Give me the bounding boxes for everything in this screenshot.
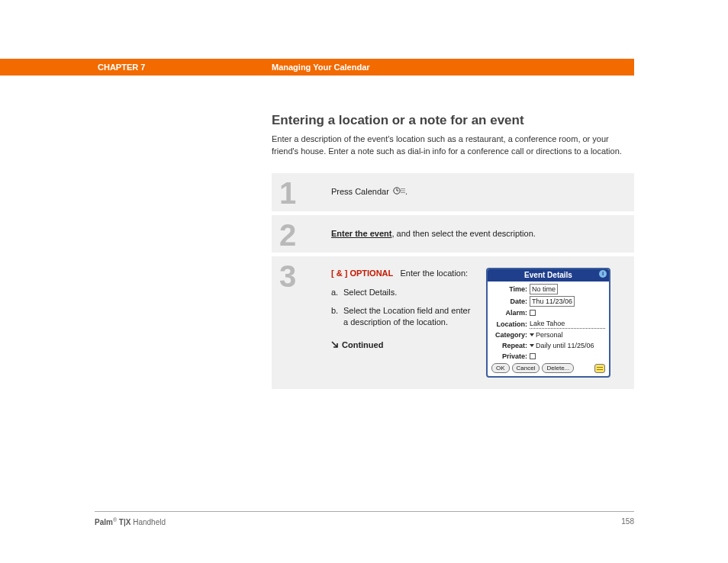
category-value[interactable]: Personal (536, 330, 563, 339)
date-value[interactable]: Thu 11/23/06 (530, 296, 575, 307)
footer-brand-name: Palm (95, 518, 113, 526)
chapter-label: CHAPTER 7 (98, 63, 145, 72)
alarm-label: Alarm: (491, 308, 527, 317)
location-value[interactable]: Lake Tahoe (530, 319, 605, 329)
alarm-checkbox[interactable] (530, 310, 536, 316)
row-repeat: Repeat: Daily until 11/25/06 (491, 341, 605, 350)
row-date: Date: Thu 11/23/06 (491, 296, 605, 307)
chapter-header: CHAPTER 7 Managing Your Calendar (0, 59, 634, 76)
svg-rect-9 (401, 192, 401, 193)
dialog-body: Time: No time Date: Thu 11/23/06 Alarm: … (488, 282, 609, 376)
row-private: Private: (491, 352, 605, 361)
delete-button[interactable]: Delete... (542, 363, 574, 373)
chapter-title: Managing Your Calendar (272, 63, 370, 72)
footer-divider (95, 511, 634, 512)
optional-tag: [ & ] OPTIONAL (331, 269, 393, 278)
section-title: Entering a location or a note for an eve… (272, 113, 634, 128)
page-footer: Palm® T|X Handheld 158 (95, 517, 634, 526)
svg-rect-7 (402, 191, 403, 191)
step-1-text-a: Press Calendar (331, 187, 391, 196)
step-3: 3 [ & ] OPTIONAL Enter the location: a. … (272, 256, 634, 393)
row-location: Location: Lake Tahoe (491, 319, 605, 329)
substep-a-text: Select Details. (343, 287, 397, 298)
step-2-body: Enter the event, and then select the eve… (331, 215, 634, 253)
footer-product-type: Handheld (130, 518, 166, 526)
dialog-title-bar: Event Details i (488, 269, 609, 282)
main-content: Entering a location or a note for an eve… (272, 113, 634, 393)
step-3-body: [ & ] OPTIONAL Enter the location: a. Se… (331, 256, 634, 389)
enter-event-link[interactable]: Enter the event (331, 229, 391, 238)
substep-a: a. Select Details. (331, 287, 472, 298)
continued-arrow-icon (331, 340, 339, 352)
footer-brand: Palm® T|X Handheld (95, 517, 166, 526)
step-2-number: 2 (272, 215, 331, 250)
svg-rect-6 (401, 191, 401, 191)
step-1: 1 Press Calendar . (272, 173, 634, 215)
substep-b-letter: b. (331, 305, 343, 329)
repeat-value[interactable]: Daily until 11/25/06 (536, 341, 594, 350)
section-description: Enter a description of the event's locat… (272, 134, 634, 158)
repeat-label: Repeat: (491, 341, 527, 350)
svg-rect-10 (402, 192, 403, 193)
dropdown-icon[interactable] (530, 333, 534, 336)
row-alarm: Alarm: (491, 308, 605, 317)
calendar-icon (393, 186, 405, 198)
substep-b-text: Select the Location field and enter a de… (343, 305, 472, 329)
private-label: Private: (491, 352, 527, 361)
private-checkbox[interactable] (530, 353, 536, 359)
step-3-number: 3 (272, 256, 331, 291)
substep-b: b. Select the Location field and enter a… (331, 305, 472, 329)
step-2: 2 Enter the event, and then select the e… (272, 215, 634, 256)
continued-indicator: Continued (331, 339, 472, 352)
substep-a-letter: a. (331, 287, 343, 298)
continued-label: Continued (342, 340, 383, 349)
dialog-title: Event Details (524, 271, 572, 279)
note-icon[interactable] (594, 364, 605, 373)
event-details-dialog: Event Details i Time: No time Date: Thu … (486, 268, 610, 378)
date-label: Date: (491, 297, 527, 306)
location-label: Location: (491, 320, 527, 329)
step-3-text-column: [ & ] OPTIONAL Enter the location: a. Se… (331, 268, 472, 378)
cancel-button[interactable]: Cancel (512, 363, 540, 373)
svg-rect-4 (402, 188, 403, 189)
time-value[interactable]: No time (530, 284, 558, 294)
step-1-text-b: . (405, 187, 407, 196)
step-1-number: 1 (272, 173, 331, 208)
footer-model: T|X (117, 518, 130, 526)
row-category: Category: Personal (491, 330, 605, 339)
step-2-rest: , and then select the event description. (391, 229, 535, 238)
dialog-button-row: OK Cancel Delete... (491, 363, 605, 373)
time-label: Time: (491, 285, 527, 294)
svg-rect-3 (401, 188, 401, 189)
step-3-intro: Enter the location: (400, 269, 468, 278)
info-icon[interactable]: i (599, 270, 607, 278)
ok-button[interactable]: OK (491, 363, 510, 373)
step-1-body: Press Calendar . (331, 173, 634, 211)
row-time: Time: No time (491, 284, 605, 294)
page-number: 158 (621, 517, 634, 526)
dropdown-icon[interactable] (530, 344, 534, 347)
category-label: Category: (491, 330, 527, 339)
